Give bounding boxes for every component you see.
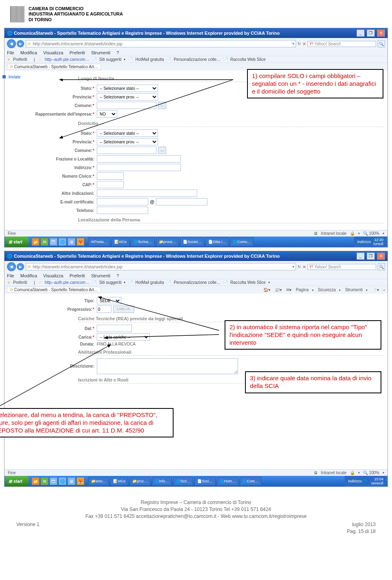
sidebar-inviate[interactable]: Inviate	[2, 75, 20, 79]
menu-preferiti[interactable]: Preferiti	[69, 50, 85, 55]
stop-icon[interactable]: ✕	[303, 42, 306, 46]
fav-raccolta[interactable]: Raccolta Web Slice	[230, 57, 266, 62]
url-box[interactable]: ⟳ ▾	[26, 40, 296, 47]
fav-hotmail[interactable]: HotMail gratuita	[135, 280, 164, 285]
textarea-descrizione[interactable]	[97, 358, 238, 374]
input-civico[interactable]	[97, 172, 124, 180]
ql-icon[interactable]: 🖥	[67, 477, 76, 485]
fav-raccolta[interactable]: Raccolta Web Slice	[230, 280, 266, 285]
taskbar-task[interactable]: 📁 proc…	[129, 477, 151, 486]
taskbar-task[interactable]: 📁 anto…	[88, 477, 109, 486]
taskbar-task[interactable]: ✉ Posta…	[88, 237, 110, 246]
feed-icon[interactable]: 📰▾	[275, 288, 282, 292]
dropdown-icon[interactable]: ▾	[292, 42, 294, 46]
ql-icon[interactable]: 🖥	[67, 238, 76, 246]
menu-preferiti[interactable]: Preferiti	[69, 273, 85, 278]
taskbar-task[interactable]: 🌐 Info…	[152, 477, 172, 486]
menu-modifica[interactable]: Modifica	[20, 273, 37, 278]
input-progressivo[interactable]	[97, 306, 111, 313]
search-box[interactable]: Y! Yahoo! Search	[307, 264, 376, 270]
taskbar-task[interactable]: 📄 Societ…	[180, 237, 204, 246]
ql-icon[interactable]: 📁	[31, 238, 40, 246]
search-go-button[interactable]: 🔍	[378, 263, 385, 270]
input-frazione[interactable]	[97, 155, 181, 163]
input-altre[interactable]	[97, 190, 197, 197]
ql-icon[interactable]: 🗔	[49, 238, 58, 246]
menu-file[interactable]: File	[7, 273, 14, 278]
select-stato[interactable]: -- Selezionare stato --	[97, 85, 158, 92]
browser-tab[interactable]: ⟳ ComunicaStarweb - Sportello Telematico…	[7, 287, 101, 293]
select-carica[interactable]: -- Lista cariche --	[97, 333, 150, 341]
input-comune[interactable]	[97, 102, 156, 109]
minimize-button[interactable]: _	[356, 252, 365, 260]
forward-button[interactable]: ▸	[17, 40, 24, 47]
fav-siti[interactable]: Siti suggeriti	[99, 57, 121, 62]
taskbar-task[interactable]: 🌐 Comu…	[230, 237, 254, 246]
input-telefono[interactable]	[97, 207, 148, 214]
select-provincia-dom[interactable]: -- Selezionare prov. --	[97, 138, 158, 145]
lookup-button[interactable]: …	[158, 102, 166, 109]
ql-icon[interactable]: 🌐	[58, 238, 67, 246]
taskbar-task[interactable]: 📄 Ditta i…	[205, 237, 229, 246]
fav-link-1[interactable]: http--auth.pie.camcom…	[45, 57, 89, 62]
taskbar-task[interactable]: 🌐 Scriva…	[131, 237, 155, 246]
select-provincia[interactable]: -- Selezionare prov. --	[97, 93, 158, 100]
dropdown-icon[interactable]: ▾	[292, 265, 294, 269]
menu-strumenti[interactable]: Strumenti	[91, 50, 110, 55]
help-icon[interactable]: ❔▾	[372, 288, 379, 292]
lista-ul-button[interactable]: Lista UL	[113, 306, 134, 313]
ql-icon[interactable]: 🗔	[49, 477, 58, 485]
ql-icon[interactable]: ✉	[40, 477, 49, 485]
menu-file[interactable]: File	[7, 50, 14, 55]
fav-personal[interactable]: Personalizzazione colle…	[174, 57, 220, 62]
back-button[interactable]: ◄	[7, 39, 16, 48]
tool-pagina[interactable]: Pagina	[296, 288, 309, 292]
ql-icon[interactable]: ✉	[40, 238, 49, 246]
fav-link-1[interactable]: http--auth.pie.camcom…	[45, 280, 89, 285]
home-icon[interactable]: 🏠▾	[263, 288, 270, 292]
favorites-star-icon[interactable]: ★	[7, 280, 11, 285]
refresh-icon[interactable]: ↻	[298, 265, 301, 269]
ql-icon[interactable]: 📁	[31, 477, 40, 485]
browser-tab[interactable]: ⟳ ComunicaStarweb - Sportello Telematico…	[7, 64, 101, 70]
taskbar-task[interactable]: 📄 Soci…	[194, 477, 216, 486]
menu-help[interactable]: ?	[116, 50, 119, 55]
maximize-button[interactable]: ❐	[367, 29, 375, 37]
maximize-button[interactable]: ❐	[367, 252, 375, 260]
search-go-button[interactable]: 🔍	[378, 40, 385, 47]
taskbar-task[interactable]: 🌐 Hom…	[217, 477, 238, 486]
input-email-domain[interactable]	[156, 198, 207, 205]
start-button[interactable]: ⊞ start	[5, 236, 29, 247]
stop-icon[interactable]: ✕	[303, 265, 306, 269]
menu-modifica[interactable]: Modifica	[20, 50, 37, 55]
url-input[interactable]	[32, 264, 292, 270]
taskbar-task[interactable]: 🌐 Com…	[240, 477, 261, 486]
url-input[interactable]	[32, 41, 292, 47]
taskbar-task[interactable]: 📁 proce…	[156, 237, 179, 246]
search-box[interactable]: Y! Yahoo! Search	[307, 41, 376, 47]
favorites-label[interactable]: Preferiti	[13, 57, 27, 62]
tool-strumenti[interactable]: Strumenti	[345, 288, 363, 292]
close-button[interactable]: ✕	[377, 252, 385, 260]
select-rappresentante[interactable]: NO	[97, 110, 117, 118]
fav-personal[interactable]: Personalizzazione colle…	[174, 280, 220, 285]
menu-help[interactable]: ?	[116, 273, 119, 278]
input-comune-dom[interactable]	[97, 147, 156, 154]
zoom-label[interactable]: 🔍 100%	[363, 231, 379, 236]
menu-visualizza[interactable]: Visualizza	[43, 273, 63, 278]
ql-icon[interactable]: 🦊	[76, 477, 85, 485]
zoom-label[interactable]: 🔍 100%	[363, 471, 379, 475]
mail-icon[interactable]: ✉▾	[286, 288, 292, 292]
input-cap[interactable]	[97, 181, 124, 188]
back-button[interactable]: ◄	[7, 262, 16, 271]
close-button[interactable]: ✕	[377, 29, 385, 37]
start-button[interactable]: ⊞ start	[5, 476, 29, 486]
fav-hotmail[interactable]: HotMail gratuita	[135, 57, 164, 62]
url-box[interactable]: ⟳ ▾	[26, 263, 296, 270]
favorites-star-icon[interactable]: ★	[7, 57, 11, 62]
minimize-button[interactable]: _	[356, 29, 365, 37]
fav-siti[interactable]: Siti suggeriti	[99, 280, 121, 285]
taskbar-task[interactable]: 📝 nICe	[111, 237, 129, 246]
input-indirizzo[interactable]	[97, 164, 181, 171]
ql-icon[interactable]: 🌐	[58, 477, 67, 485]
